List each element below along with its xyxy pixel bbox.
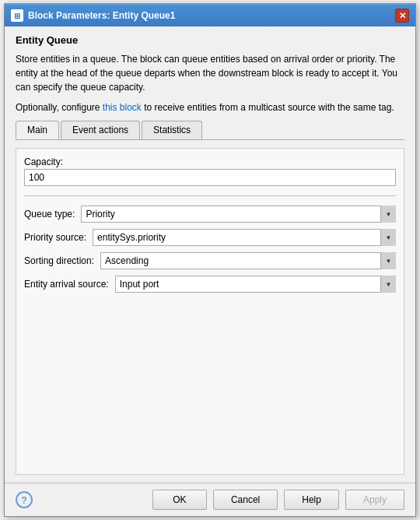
tab-statistics[interactable]: Statistics (142, 121, 202, 139)
block-description: Store entities in a queue. The block can… (16, 52, 404, 94)
block-title: Entity Queue (16, 34, 404, 46)
entity-arrival-wrapper: Input port Multicast (115, 276, 396, 293)
sorting-direction-select[interactable]: Ascending Descending (100, 252, 396, 269)
capacity-label: Capacity: (24, 156, 396, 167)
footer: ? OK Cancel Help Apply (5, 483, 415, 516)
block-description-2: Optionally, configure this block to rece… (16, 100, 404, 114)
apply-button[interactable]: Apply (345, 490, 404, 510)
priority-source-label: Priority source: (24, 232, 86, 243)
this-block-link[interactable]: this block (103, 102, 142, 113)
cancel-button[interactable]: Cancel (213, 490, 278, 510)
main-window: ⊞ Block Parameters: Entity Queue1 ✕ Enti… (4, 3, 416, 517)
help-button[interactable]: Help (284, 490, 339, 510)
content-area: Entity Queue Store entities in a queue. … (5, 26, 415, 483)
description-text: Store entities in a queue. The block can… (16, 54, 397, 93)
tabs-container: Main Event actions Statistics (16, 121, 404, 140)
tab-event-actions[interactable]: Event actions (61, 121, 140, 139)
queue-type-label: Queue type: (24, 209, 75, 220)
priority-source-group: Priority source: entitySys.priority (24, 229, 396, 246)
capacity-input[interactable] (24, 169, 396, 186)
queue-type-wrapper: Priority FIFO LIFO Custom (81, 206, 396, 223)
entity-arrival-select[interactable]: Input port Multicast (115, 276, 396, 293)
title-bar: ⊞ Block Parameters: Entity Queue1 ✕ (5, 5, 415, 26)
sorting-direction-group: Sorting direction: Ascending Descending (24, 252, 396, 269)
divider-1 (24, 195, 396, 196)
priority-source-select[interactable]: entitySys.priority (93, 229, 396, 246)
sorting-direction-wrapper: Ascending Descending (100, 252, 396, 269)
capacity-group: Capacity: (24, 156, 396, 186)
queue-type-group: Queue type: Priority FIFO LIFO Custom (24, 206, 396, 223)
queue-type-select[interactable]: Priority FIFO LIFO Custom (81, 206, 396, 223)
window-title: Block Parameters: Entity Queue1 (28, 10, 175, 21)
sorting-direction-label: Sorting direction: (24, 255, 94, 266)
tab-main[interactable]: Main (16, 121, 59, 139)
ok-button[interactable]: OK (152, 490, 207, 510)
entity-arrival-group: Entity arrival source: Input port Multic… (24, 276, 396, 293)
entity-arrival-label: Entity arrival source: (24, 279, 109, 290)
window-icon: ⊞ (11, 9, 23, 22)
priority-source-wrapper: entitySys.priority (93, 229, 396, 246)
close-button[interactable]: ✕ (395, 9, 409, 23)
footer-left: ? (16, 491, 33, 508)
main-panel: Capacity: Queue type: Priority FIFO LIFO… (16, 148, 404, 475)
footer-buttons: OK Cancel Help Apply (152, 490, 404, 510)
help-icon[interactable]: ? (16, 491, 33, 508)
